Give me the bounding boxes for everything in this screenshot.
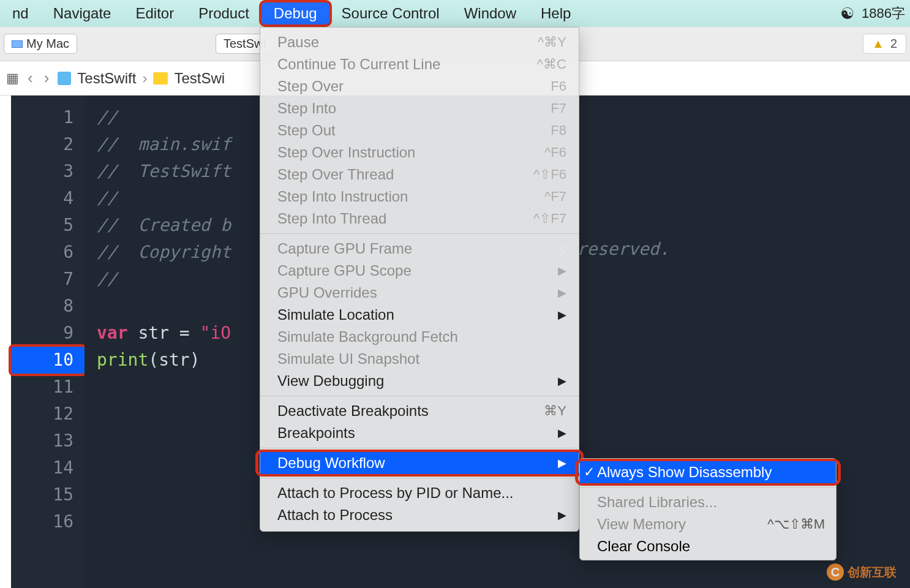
submenu-item-clear-console[interactable]: Clear Console	[580, 535, 836, 557]
line-number[interactable]: 14	[11, 454, 85, 481]
submenu-item-label: View Memory	[597, 516, 767, 533]
menu-item-label: Simulate Background Fetch	[277, 328, 566, 345]
submenu-arrow-icon: ▶	[558, 308, 566, 322]
menu-item-breakpoints[interactable]: Breakpoints▶	[260, 422, 579, 444]
menu-item-label: Pause	[277, 34, 538, 51]
submenu-arrow-icon: ▶	[558, 286, 566, 300]
menu-item-step-over: Step OverF6	[260, 75, 579, 97]
debug-menu-dropdown: Pause^⌘YContinue To Current Line^⌘CStep …	[260, 27, 579, 532]
menu-item-label: Step Into Thread	[277, 210, 533, 227]
menu-item-simulate-background-fetch: Simulate Background Fetch	[260, 326, 579, 348]
menu-item-capture-gpu-scope: Capture GPU Scope▶	[260, 260, 579, 282]
line-number[interactable]: 12	[11, 401, 85, 428]
line-number[interactable]: 13	[11, 428, 85, 454]
menu-item-attach-to-process[interactable]: Attach to Process▶	[260, 504, 579, 526]
menu-item-continue-to-current-line: Continue To Current Line^⌘C	[260, 53, 579, 75]
menu-item-label: Capture GPU Frame	[277, 240, 566, 257]
menu-shortcut: F8	[551, 123, 566, 138]
menubar-item-product[interactable]: Product	[186, 2, 261, 24]
menubar: nd Navigate Editor Product Debug Source …	[0, 0, 910, 27]
scheme-selector[interactable]: My Mac	[4, 34, 77, 54]
menubar-item-find[interactable]: nd	[0, 2, 41, 24]
submenu-item-shared-libraries-: Shared Libraries...	[580, 491, 836, 513]
menu-item-label: GPU Overrides	[277, 284, 552, 301]
submenu-arrow-icon: ▶	[558, 264, 566, 277]
gutter[interactable]: 1 2 3 4 5 6 7 8 9 10 11 12 13 14 15 16	[11, 96, 85, 588]
menu-shortcut: ^⌘C	[537, 56, 566, 72]
menu-item-label: Debug Workflow	[277, 454, 552, 472]
menu-item-step-over-instruction: Step Over Instruction^F6	[260, 141, 579, 164]
menu-item-label: Breakpoints	[277, 424, 552, 442]
submenu-item-label: Shared Libraries...	[597, 494, 825, 511]
menu-item-step-into: Step IntoF7	[260, 97, 579, 119]
line-number[interactable]: 6	[11, 239, 85, 266]
menubar-item-window[interactable]: Window	[452, 2, 528, 24]
menu-item-label: Step Over Thread	[277, 166, 533, 183]
line-number[interactable]: 3	[11, 158, 85, 185]
submenu-item-label: Always Show Disassembly	[597, 464, 825, 481]
menu-item-label: Simulate UI Snapshot	[277, 350, 566, 368]
line-number[interactable]: 11	[11, 374, 85, 401]
menu-shortcut: ^⇧F6	[533, 167, 566, 183]
submenu-item-label: Clear Console	[597, 538, 825, 555]
menubar-item-navigate[interactable]: Navigate	[41, 2, 124, 24]
submenu-arrow-icon: ▶	[558, 426, 566, 440]
submenu-item-always-show-disassembly[interactable]: ✓Always Show Disassembly	[580, 461, 836, 483]
line-number[interactable]: 8	[11, 293, 85, 320]
menu-shortcut: ^F6	[544, 145, 566, 160]
line-number[interactable]: 15	[11, 481, 85, 508]
line-number[interactable]: 4	[11, 185, 85, 212]
menu-shortcut: ^⌘Y	[538, 34, 566, 50]
menu-item-step-into-thread: Step Into Thread^⇧F7	[260, 208, 579, 230]
menu-item-label: Capture GPU Scope	[277, 262, 552, 279]
menubar-item-help[interactable]: Help	[528, 2, 583, 24]
menu-item-label: Simulate Location	[277, 306, 552, 323]
forward-button[interactable]: ›	[42, 69, 52, 88]
watermark: C创新互联	[827, 564, 897, 581]
submenu-arrow-icon: ▶	[558, 374, 566, 388]
menubar-item-source-control[interactable]: Source Control	[329, 2, 452, 24]
warning-icon: ▲	[872, 37, 884, 51]
menubar-item-debug[interactable]: Debug	[261, 2, 329, 24]
menu-item-label: Step Out	[277, 122, 551, 139]
path-segment-folder[interactable]: TestSwi	[174, 70, 225, 87]
line-number[interactable]: 5	[11, 212, 85, 239]
submenu-item-view-memory: View Memory^⌥⇧⌘M	[580, 513, 836, 535]
line-number[interactable]: 1	[11, 104, 85, 131]
mac-icon	[12, 40, 23, 48]
menu-item-view-debugging[interactable]: View Debugging▶	[260, 370, 579, 392]
check-icon: ✓	[584, 464, 595, 480]
chevron-right-icon: ›	[142, 70, 147, 87]
back-button[interactable]: ‹	[25, 69, 36, 88]
menu-item-step-out: Step OutF8	[260, 119, 579, 141]
line-number[interactable]: 16	[11, 508, 85, 535]
breakpoint-line-number[interactable]: 10	[11, 347, 85, 374]
menu-item-label: Step Into Instruction	[277, 188, 544, 205]
related-items-icon[interactable]: ▦	[6, 70, 19, 86]
issue-status[interactable]: ▲ 2	[863, 34, 906, 54]
menu-item-attach-to-process-by-pid-or-name-[interactable]: Attach to Process by PID or Name...	[260, 482, 579, 504]
menu-item-label: Attach to Process	[277, 507, 552, 524]
submenu-shortcut: ^⌥⇧⌘M	[767, 516, 825, 532]
path-segment-project[interactable]: TestSwift	[77, 70, 136, 87]
menu-item-simulate-ui-snapshot: Simulate UI Snapshot	[260, 348, 579, 370]
character-count: 1886字	[862, 4, 905, 23]
line-number[interactable]: 9	[11, 320, 85, 347]
menu-item-simulate-location[interactable]: Simulate Location▶	[260, 304, 579, 326]
menu-item-label: Step Into	[277, 100, 551, 117]
menu-item-capture-gpu-frame: Capture GPU Frame	[260, 238, 579, 260]
line-number[interactable]: 2	[11, 131, 85, 158]
submenu-arrow-icon: ▶	[558, 456, 566, 470]
folder-icon	[153, 72, 168, 85]
menubar-item-editor[interactable]: Editor	[123, 2, 186, 24]
wechat-icon[interactable]: ☯	[840, 4, 854, 23]
menu-item-deactivate-breakpoints[interactable]: Deactivate Breakpoints⌘Y	[260, 400, 579, 422]
menu-item-label: Step Over	[277, 78, 551, 95]
menu-item-pause: Pause^⌘Y	[260, 31, 579, 53]
menu-item-label: Step Over Instruction	[277, 144, 544, 161]
menu-item-gpu-overrides: GPU Overrides▶	[260, 282, 579, 304]
menu-shortcut: F6	[551, 78, 566, 94]
menu-item-debug-workflow[interactable]: Debug Workflow▶	[260, 452, 579, 474]
line-number[interactable]: 7	[11, 266, 85, 293]
submenu-arrow-icon: ▶	[558, 508, 566, 522]
